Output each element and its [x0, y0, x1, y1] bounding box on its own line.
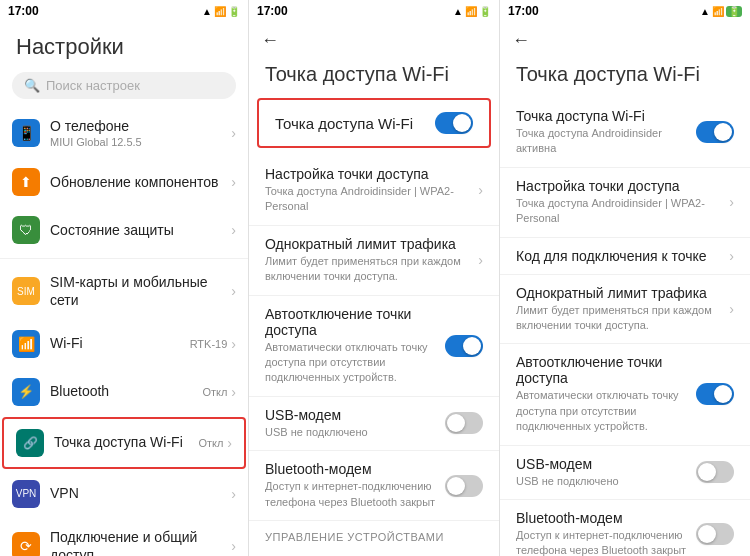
wifi-chevron: › — [231, 336, 236, 352]
sharing-title: Подключение и общий доступ — [50, 528, 231, 556]
detail-ap-main[interactable]: Точка доступа Wi-Fi Точка доступа Androi… — [500, 98, 750, 168]
wifi-title: Wi-Fi — [50, 334, 190, 352]
auto-off-subtitle: Автоматически отключать точку доступа пр… — [265, 340, 445, 386]
detail-ap-settings-title: Настройка точки доступа — [516, 178, 729, 194]
settings-item-about[interactable]: 📱 О телефоне MIUI Global 12.5.5 › — [0, 107, 248, 158]
hotspot-detail-panel: 17:00 ▲ 📶 🔋 ← Точка доступа Wi-Fi Точка … — [500, 0, 750, 556]
bluetooth-chevron: › — [231, 384, 236, 400]
hotspot-toggle-switch[interactable] — [435, 112, 473, 134]
update-icon: ⬆ — [12, 168, 40, 196]
bluetooth-title: Bluetooth — [50, 382, 202, 400]
time-mid: 17:00 — [257, 4, 288, 18]
settings-panel: 17:00 ▲ 📶 🔋 Настройки 🔍 Поиск настроек 📱… — [0, 0, 249, 556]
detail-qr-chevron: › — [729, 248, 734, 264]
auto-off-toggle[interactable] — [445, 335, 483, 357]
about-subtitle: MIUI Global 12.5.5 — [50, 136, 231, 148]
bt-modem-toggle[interactable] — [445, 475, 483, 497]
ap-settings-title: Настройка точки доступа — [265, 166, 478, 182]
hotspot-sub-list: Настройка точки доступа Точка доступа An… — [249, 156, 499, 556]
search-bar[interactable]: 🔍 Поиск настроек — [12, 72, 236, 99]
settings-item-bluetooth[interactable]: ⚡ Bluetooth Откл › — [0, 368, 248, 416]
settings-item-wifi[interactable]: 📶 Wi-Fi RTK-19 › — [0, 320, 248, 368]
search-input[interactable]: Поиск настроек — [46, 78, 140, 93]
status-bar-left: 17:00 ▲ 📶 🔋 — [0, 0, 248, 22]
detail-back-header: ← — [500, 22, 750, 59]
settings-item-hotspot[interactable]: 🔗 Точка доступа Wi-Fi Откл › — [2, 417, 246, 469]
detail-ap-toggle[interactable] — [696, 121, 734, 143]
detail-usb-toggle[interactable] — [696, 461, 734, 483]
detail-auto-off-subtitle: Автоматически отключать точку доступа пр… — [516, 388, 696, 434]
detail-bt-modem-subtitle: Доступ к интернет-подключению телефона ч… — [516, 528, 696, 556]
hotspot-usb-modem[interactable]: USB-модем USB не подключено — [249, 397, 499, 451]
hotspot-back-button[interactable]: ← — [261, 30, 279, 51]
detail-one-time-chevron: › — [729, 301, 734, 317]
detail-qr-title: Код для подключения к точке — [516, 248, 729, 264]
detail-ap-settings[interactable]: Настройка точки доступа Точка доступа An… — [500, 168, 750, 238]
hotspot-one-time[interactable]: Однократный лимит трафика Лимит будет пр… — [249, 226, 499, 296]
status-icons-left: ▲ 📶 🔋 — [202, 6, 240, 17]
sim-chevron: › — [231, 283, 236, 299]
status-icons-mid: ▲ 📶 🔋 — [453, 6, 491, 17]
detail-usb-subtitle: USB не подключено — [516, 474, 696, 489]
hotspot-toggle-row[interactable]: Точка доступа Wi-Fi — [257, 98, 491, 148]
detail-usb-title: USB-модем — [516, 456, 696, 472]
detail-ap-settings-subtitle: Точка доступа Androidinsider | WPA2-Pers… — [516, 196, 729, 227]
wifi-badge: RTK-19 — [190, 338, 228, 350]
status-bar-mid: 17:00 ▲ 📶 🔋 — [249, 0, 499, 22]
bluetooth-badge: Откл — [202, 386, 227, 398]
divider-1 — [0, 258, 248, 259]
hotspot-back-header: ← — [249, 22, 499, 59]
detail-one-time[interactable]: Однократный лимит трафика Лимит будет пр… — [500, 275, 750, 345]
detail-bt-modem-toggle[interactable] — [696, 523, 734, 545]
search-icon: 🔍 — [24, 78, 40, 93]
settings-item-sim[interactable]: SIM SIM-карты и мобильные сети › — [0, 263, 248, 319]
hotspot-ap-settings[interactable]: Настройка точки доступа Точка доступа An… — [249, 156, 499, 226]
detail-auto-off-toggle[interactable] — [696, 383, 734, 405]
time-right: 17:00 — [508, 4, 539, 18]
detail-ap-main-title: Точка доступа Wi-Fi — [516, 108, 696, 124]
usb-subtitle: USB не подключено — [265, 425, 445, 440]
detail-auto-off-title: Автоотключение точки доступа — [516, 354, 696, 386]
ap-settings-subtitle: Точка доступа Androidinsider | WPA2-Pers… — [265, 184, 478, 215]
update-title: Обновление компонентов — [50, 173, 231, 191]
section-label-mid: УПРАВЛЕНИЕ УСТРОЙСТВАМИ — [249, 521, 499, 547]
vpn-chevron: › — [231, 486, 236, 502]
auto-off-title: Автоотключение точки доступа — [265, 306, 445, 338]
settings-item-update[interactable]: ⬆ Обновление компонентов › — [0, 158, 248, 206]
detail-panel-title: Точка доступа Wi-Fi — [500, 59, 750, 98]
hotspot-chevron: › — [227, 435, 232, 451]
sharing-chevron: › — [231, 538, 236, 554]
one-time-subtitle: Лимит будет применяться при каждом включ… — [265, 254, 478, 285]
ap-settings-chevron: › — [478, 182, 483, 198]
detail-ap-main-subtitle: Точка доступа Androidinsider активна — [516, 126, 696, 157]
hotspot-title: Точка доступа Wi-Fi — [54, 433, 198, 451]
security-title: Состояние защиты — [50, 221, 231, 239]
about-icon: 📱 — [12, 119, 40, 147]
detail-usb[interactable]: USB-модем USB не подключено — [500, 446, 750, 500]
vpn-title: VPN — [50, 484, 231, 502]
hotspot-icon: 🔗 — [16, 429, 44, 457]
sharing-icon: ⟳ — [12, 532, 40, 556]
hotspot-panel: 17:00 ▲ 📶 🔋 ← Точка доступа Wi-Fi Точка … — [249, 0, 500, 556]
detail-auto-off[interactable]: Автоотключение точки доступа Автоматичес… — [500, 344, 750, 445]
security-chevron: › — [231, 222, 236, 238]
status-icons-right: ▲ 📶 🔋 — [700, 6, 742, 17]
usb-toggle[interactable] — [445, 412, 483, 434]
settings-list: 📱 О телефоне MIUI Global 12.5.5 › ⬆ Обно… — [0, 107, 248, 556]
settings-item-security[interactable]: 🛡 Состояние защиты › — [0, 206, 248, 254]
detail-one-time-title: Однократный лимит трафика — [516, 285, 729, 301]
hotspot-connected[interactable]: Подключенные устройства Просмотр подключ… — [249, 547, 499, 556]
about-chevron: › — [231, 125, 236, 141]
detail-back-button[interactable]: ← — [512, 30, 530, 51]
security-icon: 🛡 — [12, 216, 40, 244]
one-time-chevron: › — [478, 252, 483, 268]
hotspot-bt-modem[interactable]: Bluetooth-модем Доступ к интернет-подклю… — [249, 451, 499, 521]
bluetooth-icon: ⚡ — [12, 378, 40, 406]
one-time-title: Однократный лимит трафика — [265, 236, 478, 252]
settings-item-sharing[interactable]: ⟳ Подключение и общий доступ › — [0, 518, 248, 556]
hotspot-auto-off[interactable]: Автоотключение точки доступа Автоматичес… — [249, 296, 499, 397]
detail-bt-modem[interactable]: Bluetooth-модем Доступ к интернет-подклю… — [500, 500, 750, 556]
hotspot-badge: Откл — [198, 437, 223, 449]
settings-item-vpn[interactable]: VPN VPN › — [0, 470, 248, 518]
detail-qr[interactable]: Код для подключения к точке › — [500, 238, 750, 275]
